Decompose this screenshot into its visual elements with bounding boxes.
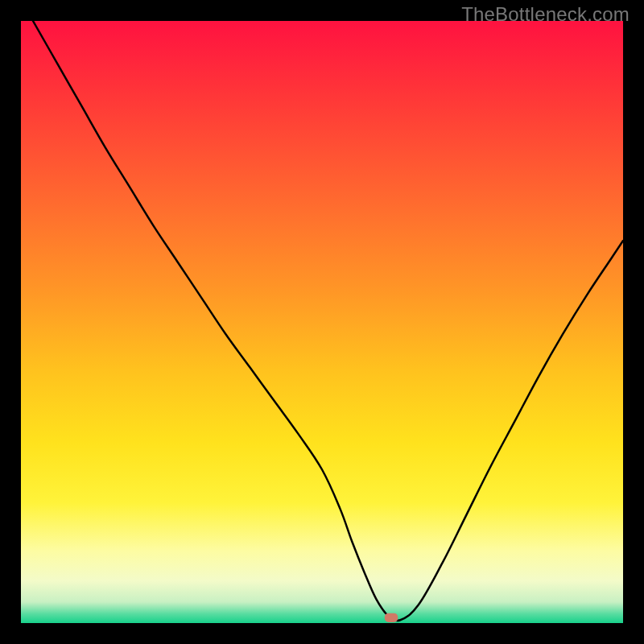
gradient-background xyxy=(21,21,623,623)
chart-frame: TheBottleneck.com xyxy=(0,0,644,644)
chart-svg xyxy=(21,21,623,623)
minimum-marker xyxy=(385,613,398,622)
plot-area xyxy=(21,21,623,623)
watermark-text: TheBottleneck.com xyxy=(461,3,630,26)
